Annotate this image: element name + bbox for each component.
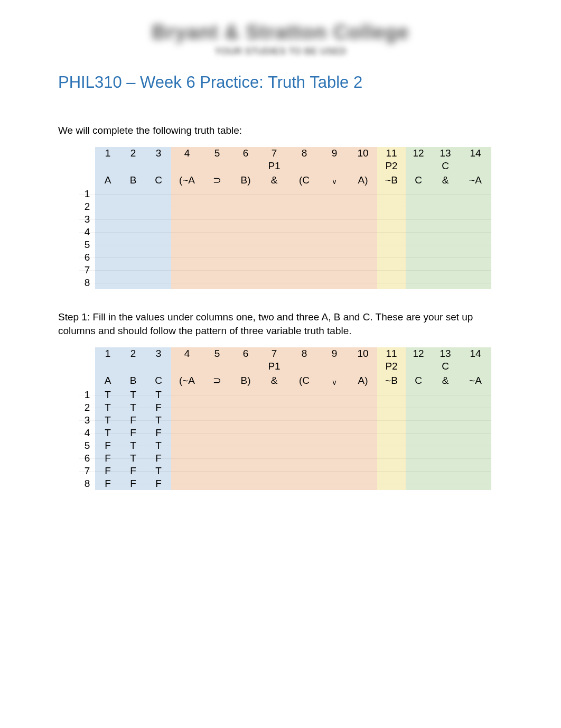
table-row: 1 — [79, 188, 491, 200]
truth-table-filled: 1 2 3 4 5 6 7 8 9 10 11 12 13 14 P1 — [79, 347, 503, 490]
table-row: 8FFF — [79, 477, 491, 490]
table-row: 3TFT — [79, 414, 491, 427]
table-row: 2 — [79, 200, 491, 213]
header-row-vars: A B C (~A ⊃ B) & (C v A) ~B C & ~A — [79, 373, 491, 389]
document-content: PHIL310 – Week 6 Practice: Truth Table 2… — [0, 73, 561, 490]
table-row: 5 — [79, 238, 491, 251]
header-row-premises: P1 P2 C — [79, 160, 491, 172]
table-row: 4TFF — [79, 427, 491, 439]
table-row: 1TTT — [79, 389, 491, 401]
table-row: 6FTF — [79, 452, 491, 465]
table-row: 7FFT — [79, 465, 491, 477]
intro-text: We will complete the following truth tab… — [58, 124, 503, 137]
header-row-vars: A B C (~A ⊃ B) & (C v A) ~B C & ~A — [79, 172, 491, 188]
bottom-fade — [0, 691, 561, 728]
table-row: 8 — [79, 277, 491, 289]
table-row: 6 — [79, 251, 491, 264]
blurred-title: Bryant & Stratton College — [0, 21, 561, 44]
header-row-nums: 1 2 3 4 5 6 7 8 9 10 11 12 13 14 — [79, 147, 491, 160]
page-title: PHIL310 – Week 6 Practice: Truth Table 2 — [58, 73, 503, 92]
table-row: 5FTT — [79, 439, 491, 452]
blurred-header: Bryant & Stratton College YOUR STUDIES T… — [0, 21, 561, 57]
table-row: 4 — [79, 226, 491, 238]
blurred-subtitle: YOUR STUDIES TO BE USED — [0, 46, 561, 57]
table-row: 3 — [79, 213, 491, 226]
table-row: 7 — [79, 264, 491, 277]
header-row-nums: 1 2 3 4 5 6 7 8 9 10 11 12 13 14 — [79, 347, 491, 360]
step1-text: Step 1: Fill in the values under columns… — [58, 310, 503, 337]
table-row: 2TTF — [79, 401, 491, 414]
truth-table-blank: 1 2 3 4 5 6 7 8 9 10 11 12 13 14 P1 — [79, 147, 503, 290]
header-row-premises: P1 P2 C — [79, 360, 491, 373]
